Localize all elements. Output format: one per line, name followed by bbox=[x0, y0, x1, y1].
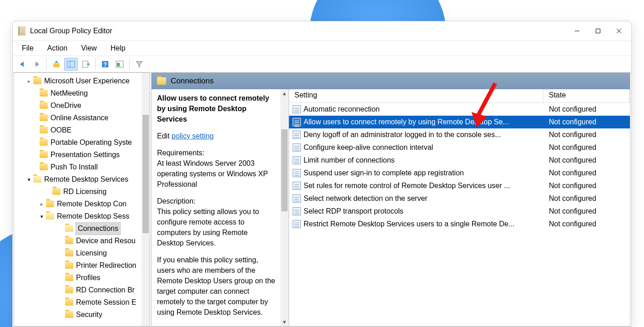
folder-icon bbox=[40, 139, 48, 146]
setting-state: Not configured bbox=[543, 207, 630, 215]
setting-name: Configure keep-alive connection interval bbox=[304, 143, 543, 152]
menubar: File Action View Help bbox=[13, 41, 631, 56]
tree-item[interactable]: ▾Remote Desktop Sess bbox=[14, 210, 142, 222]
chevron-right-icon[interactable]: ▸ bbox=[26, 75, 32, 87]
tree-item[interactable]: Licensing bbox=[14, 247, 142, 259]
tree-item[interactable]: ▸Remote Desktop Con bbox=[14, 198, 142, 210]
tree-item-label: RD Connection Br bbox=[76, 284, 135, 296]
tree-item[interactable]: RD Connection Br bbox=[14, 284, 142, 296]
tree-item[interactable]: Presentation Settings bbox=[14, 148, 142, 161]
setting-row[interactable]: Allow users to connect remotely by using… bbox=[289, 116, 630, 128]
tree-item-label: Online Assistance bbox=[51, 112, 108, 124]
tree-item[interactable]: NetMeeting bbox=[14, 87, 142, 99]
detail-scrollbar[interactable]: ▲ ▼ bbox=[280, 89, 289, 326]
export-list-button[interactable] bbox=[79, 58, 92, 71]
tree-item-label: Portable Operating Syste bbox=[51, 137, 132, 148]
tree-item[interactable]: Device and Resou bbox=[14, 235, 142, 247]
tree-item-label: Security bbox=[76, 309, 102, 321]
setting-name: Select RDP transport protocols bbox=[304, 207, 543, 215]
setting-state: Not configured bbox=[543, 220, 630, 228]
description: Description:This policy setting allows y… bbox=[157, 196, 275, 248]
tree-item-label: OneDrive bbox=[51, 100, 81, 112]
forward-button[interactable] bbox=[30, 58, 44, 71]
tree-item-label: Remote Session E bbox=[76, 296, 137, 308]
tree-item[interactable]: Online Assistance bbox=[14, 112, 142, 124]
setting-name: Restrict Remote Desktop Services users t… bbox=[304, 220, 543, 228]
filter-button[interactable] bbox=[132, 58, 146, 71]
tree-scrollbar[interactable] bbox=[142, 73, 150, 326]
setting-row[interactable]: Deny logoff of an administrator logged i… bbox=[289, 128, 630, 141]
tree-item[interactable]: Remote Session E bbox=[14, 296, 142, 308]
setting-row[interactable]: Restrict Remote Desktop Services users t… bbox=[289, 218, 630, 230]
setting-name: Select network detection on the server bbox=[304, 194, 543, 203]
setting-row[interactable]: Select network detection on the serverNo… bbox=[289, 192, 630, 205]
separator bbox=[129, 59, 130, 70]
list-body: Automatic reconnectionNot configuredAllo… bbox=[289, 103, 630, 230]
split: Allow users to connect remotely by using… bbox=[152, 89, 630, 326]
folder-icon bbox=[33, 77, 41, 84]
tree-item-label: Connections bbox=[76, 223, 120, 235]
folder-icon bbox=[46, 200, 54, 207]
tree-item[interactable]: ▾Remote Desktop Services bbox=[14, 173, 142, 185]
maximize-button[interactable] bbox=[588, 21, 609, 41]
folder-icon bbox=[46, 213, 54, 220]
tree-item[interactable]: Security bbox=[14, 308, 142, 321]
tree-item[interactable]: Push To Install bbox=[14, 161, 142, 173]
menu-file[interactable]: File bbox=[15, 42, 40, 54]
menu-action[interactable]: Action bbox=[41, 42, 74, 54]
tree-item[interactable]: Profiles bbox=[14, 271, 142, 284]
setting-row[interactable]: Suspend user sign-in to complete app reg… bbox=[289, 167, 630, 179]
app-window: Local Group Policy Editor File Action Vi… bbox=[12, 21, 632, 327]
chevron-down-icon[interactable]: ▾ bbox=[39, 210, 45, 222]
setting-row[interactable]: Select RDP transport protocolsNot config… bbox=[289, 205, 630, 218]
folder-icon bbox=[40, 127, 48, 133]
column-setting[interactable]: Setting bbox=[289, 89, 543, 102]
menu-help[interactable]: Help bbox=[104, 42, 132, 54]
scrollbar-thumb[interactable] bbox=[142, 115, 149, 233]
requirements: Requirements:At least Windows Server 200… bbox=[157, 148, 275, 189]
menu-view[interactable]: View bbox=[75, 42, 103, 54]
close-button[interactable] bbox=[609, 21, 629, 41]
tree-item[interactable]: ▸Microsoft User Experience bbox=[14, 75, 142, 87]
properties-button[interactable] bbox=[113, 58, 127, 71]
scroll-down-icon[interactable]: ▼ bbox=[280, 318, 289, 326]
tree-item-label: OOBE bbox=[51, 124, 71, 136]
tree-item[interactable]: RD Licensing bbox=[14, 185, 142, 198]
back-button[interactable] bbox=[15, 58, 29, 71]
window-title: Local Group Policy Editor bbox=[30, 27, 567, 35]
folder-icon bbox=[40, 151, 48, 158]
policy-setting-link[interactable]: policy setting bbox=[172, 132, 214, 140]
setting-row[interactable]: Set rules for remote control of Remote D… bbox=[289, 179, 630, 192]
scroll-up-icon[interactable]: ▲ bbox=[280, 89, 289, 97]
chevron-down-icon[interactable]: ▾ bbox=[26, 174, 32, 185]
setting-row[interactable]: Automatic reconnectionNot configured bbox=[289, 103, 630, 116]
detail-pane: Allow users to connect remotely by using… bbox=[152, 89, 289, 326]
minimize-button[interactable] bbox=[567, 21, 588, 41]
setting-state: Not configured bbox=[543, 194, 630, 203]
tree-item[interactable]: OOBE bbox=[14, 124, 142, 136]
separator bbox=[95, 59, 96, 70]
up-button[interactable] bbox=[50, 58, 63, 71]
setting-row[interactable]: Limit number of connectionsNot configure… bbox=[289, 154, 630, 167]
tree-item-label: Remote Desktop Sess bbox=[57, 210, 129, 222]
tree-item[interactable]: OneDrive bbox=[14, 99, 142, 112]
column-state[interactable]: State bbox=[543, 89, 630, 102]
scrollbar-thumb[interactable] bbox=[281, 129, 288, 211]
policy-icon bbox=[293, 105, 301, 113]
folder-icon bbox=[157, 77, 166, 85]
tree-item[interactable]: Connections bbox=[14, 222, 142, 235]
setting-row[interactable]: Configure keep-alive connection interval… bbox=[289, 141, 630, 154]
chevron-right-icon[interactable]: ▸ bbox=[39, 198, 45, 210]
show-hide-tree-button[interactable] bbox=[64, 58, 78, 71]
setting-name: Suspend user sign-in to complete app reg… bbox=[304, 169, 543, 177]
tree-pane: ▸Microsoft User ExperienceNetMeetingOneD… bbox=[14, 72, 150, 327]
tree[interactable]: ▸Microsoft User ExperienceNetMeetingOneD… bbox=[14, 73, 142, 322]
policy-icon bbox=[293, 156, 301, 164]
help-button[interactable]: ? bbox=[98, 58, 112, 71]
window-controls bbox=[567, 21, 629, 41]
tree-item[interactable]: Portable Operating Syste bbox=[14, 136, 142, 148]
svg-text:?: ? bbox=[103, 61, 107, 68]
policy-icon bbox=[293, 220, 301, 228]
tree-item[interactable]: Printer Redirection bbox=[14, 259, 142, 271]
setting-name: Deny logoff of an administrator logged i… bbox=[304, 131, 543, 139]
